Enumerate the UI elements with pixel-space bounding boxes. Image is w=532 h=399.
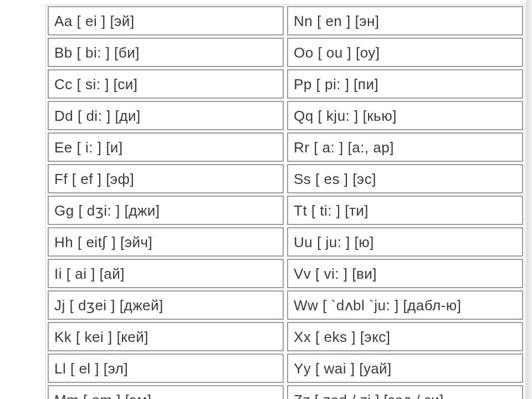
table-row: Aa [ ei ] [эй]: [48, 6, 284, 35]
table-row: Ss [ es ] [эс]: [287, 164, 523, 193]
table-row: Zz [ zed / zi ] [зед / зи]: [287, 385, 523, 399]
table-row: Qq [ kju: ] [кью]: [287, 101, 523, 130]
table-row: Bb [ bi: ] [би]: [48, 38, 284, 67]
table-row: Rr [ a: ] [а:, ар]: [287, 132, 523, 162]
table-row: Pp [ pi: ] [пи]: [287, 69, 523, 99]
alphabet-column-left: Aa [ ei ] [эй] Bb [ bi: ] [би] Cc [ si: …: [46, 5, 285, 399]
table-row: Xx [ eks ] [экс]: [287, 322, 523, 351]
vertical-scrollbar[interactable]: [526, 0, 532, 399]
alphabet-column-right: Nn [ en ] [эн] Oo [ ou ] [оу] Pp [ pi: ]…: [285, 5, 525, 399]
table-row: Ww [ `dʌbl `ju: ] [дабл-ю]: [287, 290, 523, 320]
table-row: Ff [ ef ] [эф]: [48, 164, 284, 193]
table-row: Tt [ ti: ] [ти]: [287, 196, 523, 225]
table-row: Oo [ ou ] [оу]: [287, 38, 523, 67]
table-row: Ee [ i: ] [и]: [48, 132, 284, 162]
table-row: Kk [ kei ] [кей]: [48, 322, 284, 351]
table-row: Cc [ si: ] [си]: [48, 69, 284, 99]
table-row: Gg [ dʒi: ] [джи]: [48, 196, 284, 225]
content-area: Aa [ ei ] [эй] Bb [ bi: ] [би] Cc [ si: …: [45, 4, 525, 399]
table-row: Dd [ di: ] [ди]: [48, 101, 284, 130]
alphabet-table: Aa [ ei ] [эй] Bb [ bi: ] [би] Cc [ si: …: [46, 5, 525, 399]
table-row: Mm [ em ] [эм]: [48, 385, 284, 399]
table-row: Hh [ eitʃ ] [эйч]: [48, 227, 284, 257]
page-container: Aa [ ei ] [эй] Bb [ bi: ] [би] Cc [ si: …: [0, 0, 532, 399]
table-row: Ii [ ai ] [ай]: [48, 259, 284, 288]
table-row: Jj [ dʒei ] [джей]: [48, 290, 284, 320]
table-row: Ll [ el ] [эл]: [48, 354, 284, 383]
table-row: Yy [ wai ] [уай]: [287, 354, 523, 383]
table-row: Vv [ vi: ] [ви]: [287, 259, 523, 288]
table-row: Uu [ ju: ] [ю]: [287, 227, 523, 257]
table-row: Nn [ en ] [эн]: [287, 6, 523, 35]
